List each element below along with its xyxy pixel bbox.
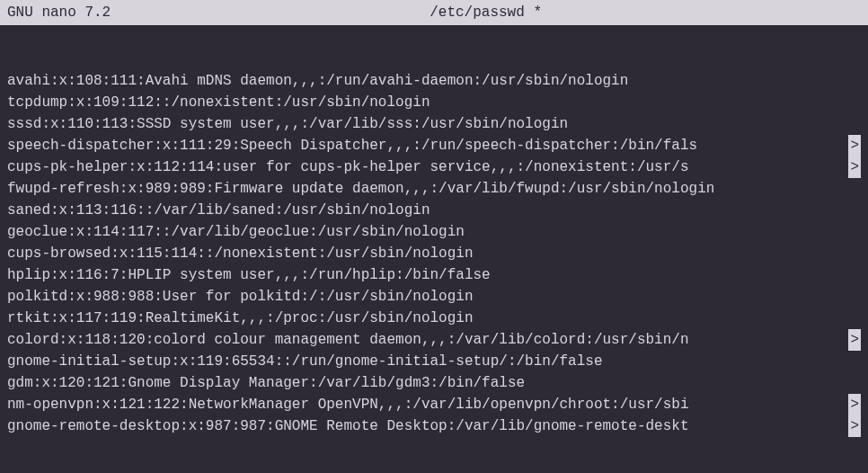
file-line: cups-pk-helper:x:112:114:user for cups-p…	[7, 156, 861, 178]
file-line: cups-browsed:x:115:114::/nonexistent:/us…	[7, 243, 861, 264]
file-line: saned:x:113:116::/var/lib/saned:/usr/sbi…	[7, 200, 861, 221]
app-name: GNU nano 7.2	[7, 2, 111, 23]
file-line: tcpdump:x:109:112::/nonexistent:/usr/sbi…	[7, 92, 861, 113]
file-line: colord:x:118:120:colord colour managemen…	[7, 329, 861, 351]
file-line: speech-dispatcher:x:111:29:Speech Dispat…	[7, 135, 861, 156]
file-line: avahi:x:108:111:Avahi mDNS daemon,,,:/ru…	[7, 70, 861, 92]
file-line: rtkit:x:117:119:RealtimeKit,,,:/proc:/us…	[7, 308, 861, 329]
file-line: fwupd-refresh:x:989:989:Firmware update …	[7, 178, 861, 200]
file-line: gnome-initial-setup:x:119:65534::/run/gn…	[7, 351, 861, 372]
editor-content[interactable]: avahi:x:108:111:Avahi mDNS daemon,,,:/ru…	[0, 25, 868, 473]
editor-header: GNU nano 7.2 /etc/passwd *	[0, 0, 868, 25]
file-line: gdm:x:120:121:Gnome Display Manager:/var…	[7, 372, 861, 394]
file-line: polkitd:x:988:988:User for polkitd:/:/us…	[7, 286, 861, 308]
file-name: /etc/passwd *	[111, 2, 861, 23]
file-line: nm-openvpn:x:121:122:NetworkManager Open…	[7, 394, 861, 415]
file-line: geoclue:x:114:117::/var/lib/geoclue:/usr…	[7, 221, 861, 243]
file-line: hplip:x:116:7:HPLIP system user,,,:/run/…	[7, 264, 861, 286]
file-line: gnome-remote-desktop:x:987:987:GNOME Rem…	[7, 415, 861, 437]
file-line: sssd:x:110:113:SSSD system user,,,:/var/…	[7, 113, 861, 135]
